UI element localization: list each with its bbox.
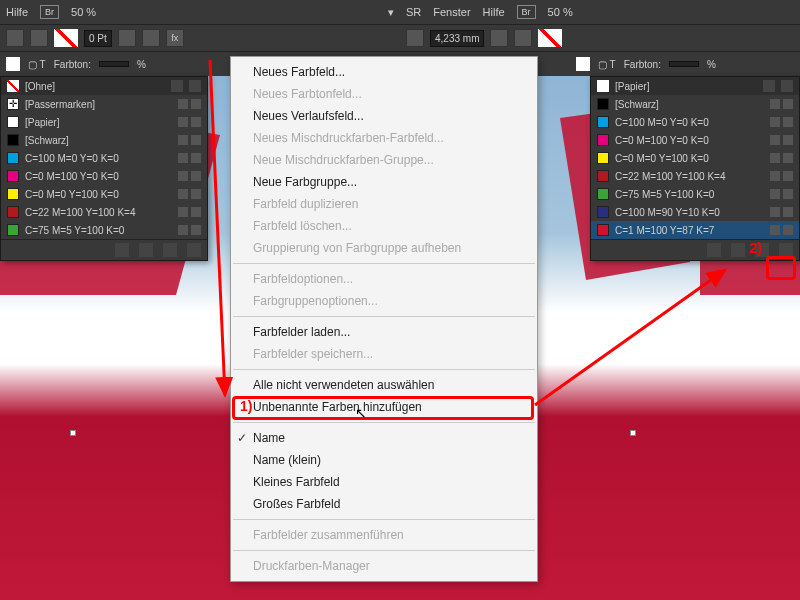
- swatch-name: C=22 M=100 Y=100 K=4: [615, 171, 764, 182]
- swatch-row[interactable]: C=1 M=100 Y=87 K=7: [591, 221, 799, 239]
- swatch-chip: [7, 98, 19, 110]
- swatch-mode-icon: [783, 207, 793, 217]
- swatch-row[interactable]: [Passermarken]: [1, 95, 207, 113]
- swatch-row[interactable]: C=0 M=100 Y=0 K=0: [591, 131, 799, 149]
- swatch-row[interactable]: [Schwarz]: [591, 95, 799, 113]
- menu-item[interactable]: Alle nicht verwendeten auswählen: [231, 374, 537, 396]
- swatch-type-icon: [178, 135, 188, 145]
- menu-item[interactable]: Name (klein): [231, 449, 537, 471]
- control-bar-right: 4,233 mm: [400, 24, 800, 52]
- header-btn[interactable]: [781, 80, 793, 92]
- menu-item[interactable]: Kleines Farbfeld: [231, 471, 537, 493]
- toolbar-btn[interactable]: [514, 29, 532, 47]
- fill-proxy[interactable]: [6, 57, 20, 71]
- selection-handle[interactable]: [70, 430, 76, 436]
- tint-field-2[interactable]: [669, 61, 699, 67]
- width-field[interactable]: 4,233 mm: [430, 30, 484, 47]
- swatches-toolbar-left: ▢ T Farbton: %: [0, 52, 210, 76]
- swatch-row[interactable]: C=75 M=5 Y=100 K=0: [591, 185, 799, 203]
- menu-item[interactable]: Name: [231, 427, 537, 449]
- selection-handle[interactable]: [630, 430, 636, 436]
- menu-item[interactable]: Neues Farbfeld...: [231, 61, 537, 83]
- swatch-chip: [7, 152, 19, 164]
- swatch-row[interactable]: C=75 M=5 Y=100 K=0: [1, 221, 207, 239]
- new-group-icon[interactable]: [139, 243, 153, 257]
- swatch-type-icon: [770, 189, 780, 199]
- menu-fenster[interactable]: Fenster: [433, 6, 470, 18]
- swatch-row[interactable]: C=100 M=0 Y=0 K=0: [591, 113, 799, 131]
- bridge-icon[interactable]: Br: [40, 5, 59, 19]
- swatch-row[interactable]: C=0 M=100 Y=0 K=0: [1, 167, 207, 185]
- swatch-type-icon: [770, 171, 780, 181]
- swatch-name: C=1 M=100 Y=87 K=7: [615, 225, 764, 236]
- swatch-chip: [7, 116, 19, 128]
- toolbar-btn[interactable]: [490, 29, 508, 47]
- swatch-row[interactable]: [Schwarz]: [1, 131, 207, 149]
- swatch-type-icon: [770, 153, 780, 163]
- menu-item[interactable]: Neue Farbgruppe...: [231, 171, 537, 193]
- new-group-icon[interactable]: [731, 243, 745, 257]
- none-swatch-icon: [7, 80, 19, 92]
- menu-item: Neues Farbtonfeld...: [231, 83, 537, 105]
- new-swatch-icon[interactable]: [115, 243, 129, 257]
- menu-item: Neues Mischdruckfarben-Farbfeld...: [231, 127, 537, 149]
- swatch-name: C=100 M=0 Y=0 K=0: [25, 153, 172, 164]
- pct-label: %: [137, 59, 146, 70]
- swatch-mode-icon: [191, 135, 201, 145]
- stroke-swatch-none[interactable]: [54, 29, 78, 47]
- bridge-icon-2[interactable]: Br: [517, 5, 536, 19]
- menu-item[interactable]: Farbfelder laden...: [231, 321, 537, 343]
- menu-separator: [233, 550, 535, 551]
- swatch-mode-icon: [191, 99, 201, 109]
- swatch-mode-icon: [783, 153, 793, 163]
- menu-sr[interactable]: SR: [406, 6, 421, 18]
- swatch-row[interactable]: C=100 M=0 Y=0 K=0: [1, 149, 207, 167]
- menu-item: Farbfeld löschen...: [231, 215, 537, 237]
- swatch-mode-icon: [783, 117, 793, 127]
- swatch-chip: [7, 188, 19, 200]
- swatch-type-icon: [178, 117, 188, 127]
- trash-icon[interactable]: [779, 243, 793, 257]
- stroke-icon[interactable]: [30, 29, 48, 47]
- menu-item[interactable]: Großes Farbfeld: [231, 493, 537, 515]
- menu-hilfe-2[interactable]: Hilfe: [483, 6, 505, 18]
- stroke-swatch-none-2[interactable]: [538, 29, 562, 47]
- swatch-row[interactable]: C=22 M=100 Y=100 K=4: [1, 203, 207, 221]
- header-btn[interactable]: [763, 80, 775, 92]
- trash-icon[interactable]: [187, 243, 201, 257]
- fill-icon[interactable]: [6, 29, 24, 47]
- cursor-icon: ↖: [355, 405, 367, 421]
- zoom-level-2[interactable]: 50 %: [548, 6, 573, 18]
- fx-icon[interactable]: fx: [166, 29, 184, 47]
- swatch-name: C=75 M=5 Y=100 K=0: [615, 189, 764, 200]
- swatch-type-icon: [770, 135, 780, 145]
- tint-field[interactable]: [99, 61, 129, 67]
- new-swatch-icon[interactable]: [707, 243, 721, 257]
- menu-item: Neue Mischdruckfarben-Gruppe...: [231, 149, 537, 171]
- stroke-weight-field[interactable]: 0 Pt: [84, 30, 112, 47]
- swatch-mode-icon: [191, 207, 201, 217]
- toolbar-btn[interactable]: [142, 29, 160, 47]
- swatch-name: [Schwarz]: [615, 99, 764, 110]
- header-btn[interactable]: [171, 80, 183, 92]
- swatch-mode-icon: [783, 225, 793, 235]
- new-button-icon[interactable]: [163, 243, 177, 257]
- swatch-row[interactable]: C=0 M=0 Y=100 K=0: [591, 149, 799, 167]
- swatch-name: [Passermarken]: [25, 99, 172, 110]
- menu-hilfe[interactable]: Hilfe: [6, 6, 28, 18]
- fill-proxy-2[interactable]: [576, 57, 590, 71]
- swatch-row[interactable]: C=22 M=100 Y=100 K=4: [591, 167, 799, 185]
- menu-item: Farbfelder speichern...: [231, 343, 537, 365]
- swatches-flyout-menu: Neues Farbfeld...Neues Farbtonfeld...Neu…: [230, 56, 538, 582]
- header-btn[interactable]: [189, 80, 201, 92]
- menu-item[interactable]: Neues Verlaufsfeld...: [231, 105, 537, 127]
- zoom-level[interactable]: 50 %: [71, 6, 96, 18]
- swatch-row[interactable]: C=100 M=90 Y=10 K=0: [591, 203, 799, 221]
- menu-item: Gruppierung von Farbgruppe aufheben: [231, 237, 537, 259]
- menu-separator: [233, 422, 535, 423]
- swatch-row[interactable]: [Papier]: [1, 113, 207, 131]
- menu-item[interactable]: Unbenannte Farben hinzufügen: [231, 396, 537, 418]
- swatch-row[interactable]: C=0 M=0 Y=100 K=0: [1, 185, 207, 203]
- frame-fit-icon[interactable]: [406, 29, 424, 47]
- toolbar-btn[interactable]: [118, 29, 136, 47]
